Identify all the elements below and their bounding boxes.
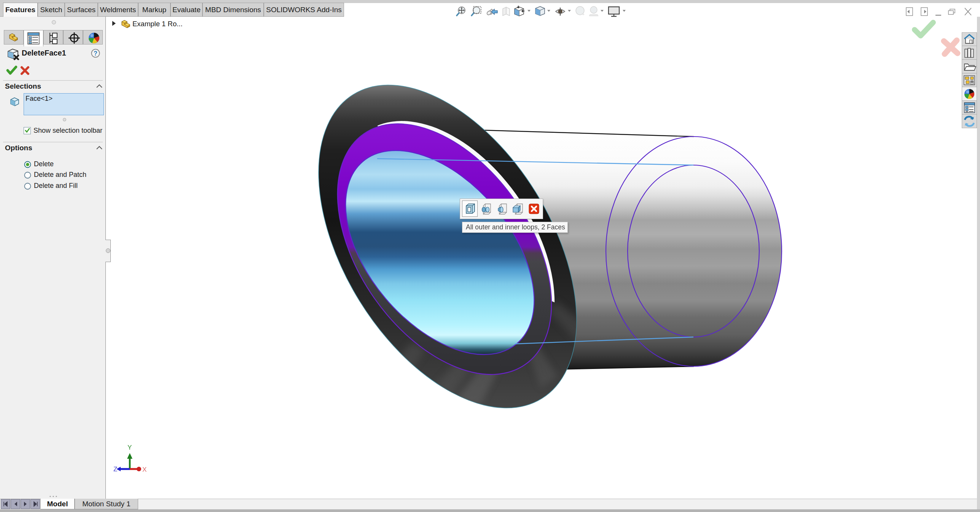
svg-text:X: X <box>142 466 147 473</box>
svg-text:Z: Z <box>113 466 117 473</box>
svg-text:?: ? <box>94 50 97 57</box>
svg-text:Y: Y <box>127 444 132 451</box>
